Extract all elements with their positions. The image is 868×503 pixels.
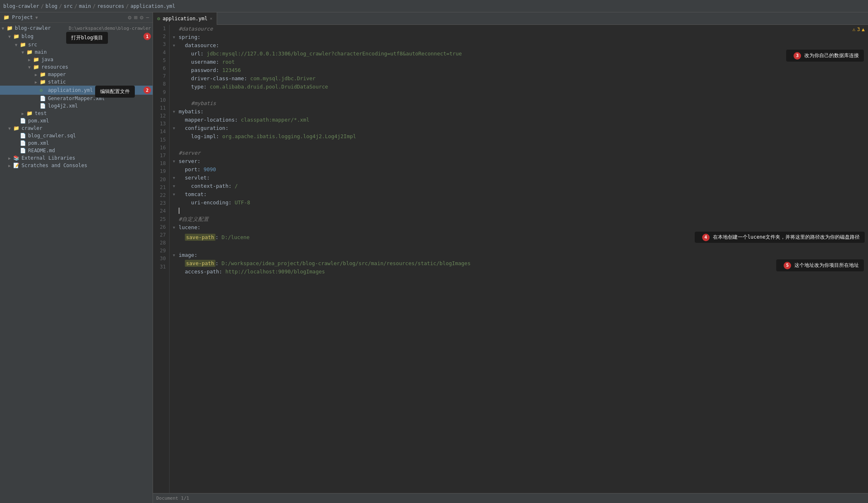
code-line-12: mapper-locations: classpath:mapper/*.xml [170,116,868,124]
tree-item-mapper[interactable]: ▶ 📁 mapper [0,71,153,78]
tree-item-application-yml[interactable]: ▶ ⚙ application.yml 2 编辑配置文件 [0,86,153,95]
tree-item-pom-crawler[interactable]: ▶ 📄 pom.xml [0,139,153,147]
callout-image-path: 5 这个地址改为你项目所在地址 [776,259,864,271]
minimize-icon[interactable]: − [146,14,149,21]
xml-icon: 📄 [40,96,46,101]
tree-item-pom-blog[interactable]: ▶ 📄 pom.xml [0,117,153,125]
code-line-25: ▼ lucene: [170,223,868,232]
tree-item-src[interactable]: ▼ 📁 src [0,41,153,48]
project-tree: ▼ 📁 blog-crawler D:\workspace\demo\blog-… [0,23,153,503]
sidebar-toolbar: ⚙ ⊞ ⚙ − [128,14,149,21]
code-line-10: #mybatis [170,99,868,108]
tree-item-label: pom.xml [28,118,151,124]
badge-1: 1 [143,33,151,40]
code-line-13: ▼ configuration: [170,124,868,132]
code-line-22: uri-encoding: UTF-8 [170,199,868,207]
tree-item-readme[interactable]: ▶ 📄 README.md [0,147,153,154]
md-icon: 📄 [20,148,26,153]
tree-item-main[interactable]: ▼ 📁 main [0,48,153,56]
expand-arrow: ▼ [22,50,26,55]
breadcrumb-item-active[interactable]: application.yml [130,3,175,9]
breadcrumb-item[interactable]: resources [97,3,124,9]
folder-icon: 📁 [7,25,13,31]
tree-item-project-root[interactable]: ▼ 📁 blog-crawler D:\workspace\demo\blog-… [0,24,153,32]
editor-wrapper: ⚠ 3 ▲ 12345 678910 1112131415 1617181920… [153,25,868,503]
tree-item-blog[interactable]: ▼ 📁 blog 1 打开blog项目 [0,32,153,41]
tree-item-label: blog [22,34,141,39]
folder-icon: 📁 [13,34,20,39]
tree-item-label: static [48,79,151,85]
settings-icon[interactable]: ⚙ [128,14,131,21]
tree-item-generator-mapper[interactable]: ▶ 📄 GeneratorMapper.xml [0,95,153,102]
sidebar: 📁 Project ▼ ⚙ ⊞ ⚙ − ▼ 📁 blog-crawler D:\… [0,12,153,503]
code-line-31 [170,276,868,284]
breadcrumb-item[interactable]: main [79,3,91,9]
expand-arrow: ▶ [35,72,40,77]
folder-icon: 📁 [26,110,33,116]
editor-content: 12345 678910 1112131415 1617181920 21222… [153,25,868,493]
split-icon[interactable]: ⊞ [134,14,137,21]
code-line-29: save-path: D:/workspace/idea_project/blo… [170,259,868,268]
breadcrumb-item[interactable]: blog-crawler [3,3,39,9]
gear-icon[interactable]: ⚙ [140,14,143,21]
tree-item-scratches[interactable]: ▶ 📝 Scratches and Consoles [0,162,153,169]
breadcrumb-item[interactable]: blog [45,3,57,9]
tree-item-label: main [35,49,151,55]
tab-application-yml[interactable]: ⚙ application.yml ✕ [153,12,217,25]
code-line-21: ▼ tomcat: [170,190,868,199]
code-line-19: ▼ servlet: [170,174,868,182]
tree-item-label: resources [41,64,151,70]
tree-item-resources[interactable]: ▼ 📁 resources [0,63,153,71]
tree-item-label: README.md [28,148,151,153]
code-line-14: log-impl: org.apache.ibatis.logging.log4… [170,132,868,141]
tree-item-label: crawler [22,125,151,131]
code-line-6: password: 123456 [170,66,868,74]
dropdown-arrow[interactable]: ▼ [36,15,38,20]
expand-arrow: ▶ [22,111,26,116]
breadcrumb-item[interactable]: src [64,3,73,9]
sql-icon: 📄 [20,133,26,139]
folder-icon: 📁 [13,125,20,131]
tree-item-static[interactable]: ▶ 📁 static [0,78,153,86]
line-numbers: 12345 678910 1112131415 1617181920 21222… [153,25,170,493]
tree-item-label: pom.xml [28,140,151,146]
tree-item-log4j2[interactable]: ▶ 📄 log4j2.xml [0,102,153,110]
code-line-27 [170,243,868,251]
tree-item-label: log4j2.xml [48,103,151,109]
project-icon: 📁 [3,14,10,20]
badge-2: 2 [143,86,151,94]
project-label: Project [12,14,33,20]
expand-arrow: ▼ [8,126,13,131]
tree-item-label: java [41,57,151,62]
tree-item-label: application.yml [48,87,141,93]
code-line-18: port: 9090 [170,165,868,174]
expand-arrow: ▶ [8,156,13,160]
sidebar-header: 📁 Project ▼ ⚙ ⊞ ⚙ − [0,12,153,23]
code-line-2: ▼ spring: [170,33,868,41]
tabs-bar: ⚙ application.yml ✕ [153,12,868,25]
callout-db-connection: 3 改为你自己的数据库连接 [786,50,864,62]
tree-item-sql[interactable]: ▶ 📄 blog_crawler.sql [0,132,153,139]
scratch-icon: 📝 [13,163,20,168]
pom-icon: 📄 [20,140,26,146]
code-panel[interactable]: #datasource ▼ spring: ▼ datasource: [170,25,868,493]
expand-arrow: ▶ [28,57,33,62]
tree-item-external-libraries[interactable]: ▶ 📚 External Libraries [0,154,153,162]
breadcrumb: blog-crawler / blog / src / main / resou… [3,3,175,9]
breadcrumb-bar: blog-crawler / blog / src / main / resou… [0,0,868,12]
folder-icon: 📁 [33,64,40,70]
expand-arrow: ▶ [35,80,40,84]
tab-close-button[interactable]: ✕ [210,16,213,21]
yaml-tab-icon: ⚙ [157,16,160,22]
tree-item-test[interactable]: ▶ 📁 test [0,110,153,117]
folder-icon: 📁 [20,42,26,48]
tree-item-java[interactable]: ▶ 📁 java [0,56,153,63]
tree-item-label: Scratches and Consoles [22,163,151,168]
expand-arrow: ▼ [28,65,33,69]
folder-icon: 📁 [40,72,46,77]
document-info: Document 1/1 [156,496,189,501]
tree-item-crawler[interactable]: ▼ 📁 crawler [0,125,153,132]
expand-arrow: ▼ [8,34,13,39]
folder-icon: 📁 [33,57,40,62]
tree-item-label: GeneratorMapper.xml [48,96,151,101]
